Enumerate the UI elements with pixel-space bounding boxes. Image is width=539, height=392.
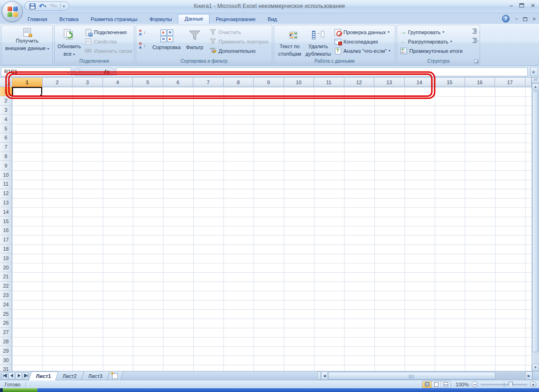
expand-formula-bar-button[interactable]: » <box>530 67 538 76</box>
row-header[interactable]: 26 <box>0 319 12 328</box>
scroll-right-button[interactable]: ▶ <box>525 371 532 380</box>
tab-vstavka[interactable]: Вставка <box>53 15 85 24</box>
close-button[interactable]: ✕ <box>531 2 535 9</box>
text-to-columns-button[interactable]: ▼ Текст по столбцам <box>276 27 303 58</box>
row-header[interactable]: 15 <box>0 217 12 226</box>
row-header[interactable]: 11 <box>0 180 12 189</box>
subtotal-button[interactable]: Промежуточные итоги <box>400 46 463 55</box>
tab-dannye[interactable]: Данные <box>178 14 210 24</box>
properties-button[interactable]: Свойства <box>85 37 117 46</box>
data-validation-button[interactable]: Проверка данных ▾ <box>334 28 389 36</box>
restore-button[interactable] <box>519 3 524 7</box>
row-header[interactable]: 12 <box>0 189 12 198</box>
office-button[interactable] <box>2 1 22 22</box>
row-header[interactable]: 14 <box>0 207 12 217</box>
zoom-slider[interactable] <box>481 381 527 388</box>
prev-sheet-button[interactable] <box>8 372 15 379</box>
row-header[interactable]: 13 <box>0 198 12 208</box>
column-header[interactable]: 17 <box>495 78 525 87</box>
group-button[interactable]: → Группировать ▾ <box>400 28 444 36</box>
row-header[interactable]: 24 <box>0 300 12 309</box>
column-header[interactable]: 13 <box>374 78 405 87</box>
insert-function-button[interactable]: ƒx <box>73 67 115 76</box>
row-header[interactable]: 2 <box>0 96 12 106</box>
tab-glavnaya[interactable]: Главная <box>22 15 53 24</box>
column-header[interactable]: 3 <box>73 78 103 87</box>
row-header[interactable]: 20 <box>0 263 12 272</box>
row-header[interactable]: 5 <box>0 124 12 133</box>
selected-cell[interactable] <box>12 87 42 96</box>
vertical-scroll-thumb[interactable] <box>532 91 539 352</box>
outline-dialog-launcher[interactable] <box>474 59 479 64</box>
remove-duplicates-button[interactable]: → Удалить дубликаты <box>304 27 332 58</box>
advanced-filter-button[interactable]: Дополнительно <box>209 46 255 55</box>
sheet-tab-list3[interactable]: Лист3 <box>81 371 110 380</box>
row-header[interactable]: 23 <box>0 291 12 300</box>
column-header[interactable]: 11 <box>314 78 344 87</box>
sheet-tab-list2[interactable]: Лист2 <box>55 371 84 380</box>
row-header[interactable]: 28 <box>0 337 12 347</box>
tab-razmetka[interactable]: Разметка страницы <box>85 15 144 24</box>
sort-desc-button[interactable]: ЯА ↓ <box>139 41 146 50</box>
row-header[interactable]: 9 <box>0 161 12 170</box>
reapply-filter-button[interactable]: Применить повторно <box>209 37 269 46</box>
row-header[interactable]: 30 <box>0 356 12 365</box>
cell-grid[interactable] <box>12 87 532 371</box>
horizontal-scroll-track[interactable] <box>328 371 525 380</box>
column-header-partial[interactable] <box>525 78 532 87</box>
ungroup-button[interactable]: ← Разгруппировать ▾ <box>400 37 452 46</box>
column-header[interactable]: 9 <box>254 78 284 87</box>
scroll-down-button[interactable]: ▼ <box>532 364 539 371</box>
last-sheet-button[interactable] <box>22 372 29 379</box>
connections-button[interactable]: Подключения <box>85 28 127 36</box>
horizontal-scroll-thumb[interactable] <box>328 372 495 379</box>
row-header[interactable]: 3 <box>0 106 12 115</box>
name-box-caret-icon[interactable]: ▾ <box>67 70 69 74</box>
filter-button[interactable]: Фильтр <box>183 27 206 58</box>
row-header[interactable]: 25 <box>0 309 12 319</box>
horizontal-scrollbar[interactable]: ◀ ▶ <box>321 371 532 380</box>
what-if-analysis-button[interactable]: Анализ "что-если" ▾ <box>334 46 391 55</box>
row-header[interactable]: 21 <box>0 272 12 282</box>
select-all-button[interactable] <box>0 78 12 87</box>
help-button[interactable]: ? <box>502 15 510 22</box>
row-header[interactable]: 22 <box>0 282 12 291</box>
name-box[interactable]: R1C1 ▾ <box>1 67 71 76</box>
row-header[interactable]: 19 <box>0 254 12 263</box>
workbook-restore-button[interactable] <box>523 17 527 21</box>
column-header[interactable]: 12 <box>344 78 375 87</box>
refresh-all-button[interactable]: Обновить все ▾ <box>57 27 81 58</box>
zoom-level[interactable]: 100% <box>454 382 469 387</box>
scroll-left-button[interactable]: ◀ <box>321 371 328 380</box>
column-header[interactable]: 2 <box>43 78 73 87</box>
clear-filter-button[interactable]: Очистить <box>209 28 241 36</box>
column-header[interactable]: 1 <box>12 78 43 87</box>
sheet-tab-list1[interactable]: Лист1 <box>29 371 58 380</box>
zoom-out-button[interactable]: − <box>472 381 478 387</box>
insert-sheet-button[interactable] <box>107 371 124 380</box>
row-header[interactable]: 1 <box>0 87 12 96</box>
row-header[interactable]: 4 <box>0 115 12 124</box>
row-header[interactable]: 6 <box>0 133 12 143</box>
page-layout-view-button[interactable] <box>432 381 441 388</box>
workbook-minimize-button[interactable]: – <box>515 16 518 22</box>
scroll-up-button[interactable]: ▲ <box>532 83 539 90</box>
row-header[interactable]: 18 <box>0 245 12 254</box>
tab-split-handle[interactable] <box>317 371 321 380</box>
minimize-button[interactable]: – <box>510 2 513 9</box>
row-header[interactable]: 7 <box>0 143 12 152</box>
column-header[interactable]: 10 <box>284 78 314 87</box>
tab-vid[interactable]: Вид <box>262 15 283 24</box>
column-header[interactable]: 16 <box>465 78 495 87</box>
sort-button[interactable]: АЯ ЯА Сортировка <box>151 27 182 58</box>
column-header[interactable]: 7 <box>193 78 224 87</box>
sort-asc-button[interactable]: АЯ ↓ <box>139 28 146 37</box>
row-header[interactable]: 16 <box>0 226 12 235</box>
column-header[interactable]: 15 <box>435 78 465 87</box>
tab-formuly[interactable]: Формулы <box>144 15 178 24</box>
normal-view-button[interactable] <box>422 381 432 388</box>
consolidate-button[interactable]: Консолидация <box>334 37 378 46</box>
zoom-in-button[interactable]: + <box>530 381 536 387</box>
tab-recenzirovanie[interactable]: Рецензирование <box>210 15 262 24</box>
column-header[interactable]: 6 <box>163 78 194 87</box>
